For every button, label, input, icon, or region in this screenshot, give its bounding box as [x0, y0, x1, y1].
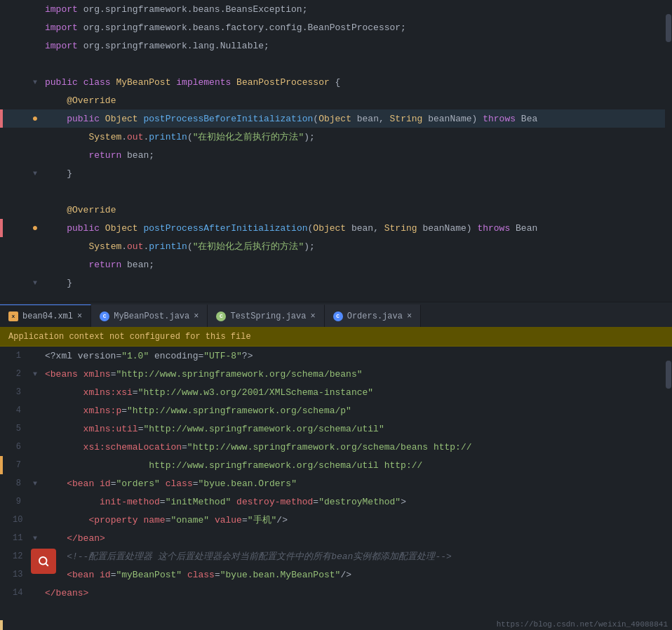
- code-line: ▼ }: [0, 164, 672, 182]
- code-line: return bean;: [0, 146, 672, 164]
- xml-line-5: 5 xmlns:util="http://www.springframework…: [0, 420, 672, 438]
- tab-close[interactable]: ×: [407, 312, 412, 321]
- svg-line-1: [46, 563, 48, 565]
- code-line: ▼ }: [0, 274, 672, 292]
- tab-testspring-java[interactable]: C TestSpring.java ×: [208, 304, 324, 327]
- search-icon: [37, 555, 50, 568]
- code-line: System.out.println("在初始化之前执行的方法");: [0, 128, 672, 146]
- warning-bar: Application context not configured for t…: [0, 327, 672, 347]
- bottom-editor: 1 <?xml version="1.0" encoding="UTF-8"?>…: [0, 347, 672, 630]
- xml-line-9: 9 init-method="initMethod" destroy-metho…: [0, 492, 672, 511]
- tab-mybeanpost-java[interactable]: C MyBeanPost.java ×: [91, 304, 208, 327]
- code-line: @Override: [0, 91, 672, 109]
- tab-label: Orders.java: [347, 311, 403, 321]
- search-button[interactable]: [31, 549, 56, 574]
- xml-line-7: 7 http://www.springframework.org/schema/…: [0, 456, 672, 474]
- code-line: [0, 55, 672, 73]
- code-line: import org.springframework.lang.Nullable…: [0, 36, 672, 55]
- url-bar: https://blog.csdn.net/weixin_49088841: [492, 619, 672, 630]
- java-green-icon: C: [216, 311, 226, 321]
- editor-container: import org.springframework.beans.BeansEx…: [0, 0, 672, 630]
- code-line: import org.springframework.beans.factory…: [0, 18, 672, 36]
- svg-point-0: [39, 557, 47, 565]
- xml-line-12: 12 💡 <!--配置后置处理器 这个后置处理器会对当前配置文件中的所有bean…: [0, 547, 672, 565]
- code-line: [0, 182, 672, 201]
- code-line: @Override: [0, 201, 672, 219]
- code-line: import org.springframework.beans.BeansEx…: [0, 0, 672, 18]
- tab-close[interactable]: ×: [77, 312, 82, 321]
- xml-line-3: 3 xmlns:xsi="http://www.w3.org/2001/XMLS…: [0, 383, 672, 401]
- xml-icon: x: [8, 311, 18, 321]
- xml-line-10: 10 <property name="oname" value="手机"/>: [0, 511, 672, 529]
- tab-bean04-xml[interactable]: x bean04.xml ×: [0, 304, 91, 327]
- left-gutter: [0, 347, 13, 630]
- tab-bar: x bean04.xml × C MyBeanPost.java × C Tes…: [0, 302, 672, 327]
- warning-text: Application context not configured for t…: [8, 332, 251, 342]
- java-blue-icon: C: [333, 311, 343, 321]
- xml-line-14: 14 </beans>: [0, 584, 672, 602]
- java-blue-icon: C: [100, 311, 109, 321]
- code-line: return bean;: [0, 255, 672, 274]
- tab-label: MyBeanPost.java: [114, 311, 189, 321]
- xml-line-2: 2 ▼ <beans xmlns="http://www.springframe…: [0, 365, 672, 383]
- xml-line-11: 11 ▼ </bean>: [0, 529, 672, 547]
- xml-line-13: 13 <bean id="myBeanPost" class="byue.bea…: [0, 565, 672, 584]
- xml-line-6: 6 xsi:schemaLocation="http://www.springf…: [0, 438, 672, 456]
- tab-close[interactable]: ×: [310, 312, 315, 321]
- code-line-breakpoint: ● public Object postProcessBeforeInitial…: [0, 109, 672, 128]
- xml-line-8: 8 ▼ <bean id="orders" class="byue.bean.O…: [0, 474, 672, 492]
- xml-line-1: 1 <?xml version="1.0" encoding="UTF-8"?>: [0, 347, 672, 365]
- xml-line-4: 4 xmlns:p="http://www.springframework.or…: [0, 401, 672, 420]
- tab-close[interactable]: ×: [194, 312, 199, 321]
- code-line: System.out.println("在初始化之后执行的方法");: [0, 237, 672, 255]
- code-line: ▼ public class MyBeanPost implements Bea…: [0, 73, 672, 91]
- tab-orders-java[interactable]: C Orders.java ×: [325, 304, 421, 327]
- code-line-breakpoint: ● public Object postProcessAfterInitiali…: [0, 219, 672, 237]
- top-editor: import org.springframework.beans.BeansEx…: [0, 0, 672, 302]
- scrollbar-bottom[interactable]: [665, 347, 672, 630]
- tab-label: bean04.xml: [22, 311, 73, 321]
- scrollbar[interactable]: [665, 0, 672, 302]
- tab-label: TestSpring.java: [230, 311, 306, 321]
